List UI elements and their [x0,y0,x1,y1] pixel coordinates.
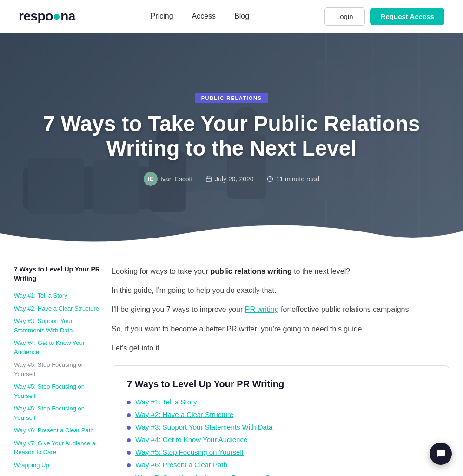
toc-box: 7 Ways to Level Up Your PR Writing Way #… [112,365,449,476]
toc-item-3: Way #3: Support Your Statements With Dat… [127,423,434,431]
toc-list: Way #1: Tell a Story Way #2: Have a Clea… [127,398,434,476]
chat-bubble[interactable] [430,443,452,465]
sidebar-links: Way #1: Tell a Story Way #2: Have a Clea… [14,290,102,471]
intro-bold: public relations writing [211,267,292,275]
sidebar-link-5c[interactable]: Way #5: Stop Focusing on Yourself [14,403,102,423]
hero-badge: PUBLIC RELATIONS [195,93,269,103]
toc-link-5[interactable]: Way #5: Stop Focusing on Yourself [135,448,244,456]
sidebar-link-1[interactable]: Way #1: Tell a Story [14,290,102,302]
toc-dot-2 [127,413,131,417]
toc-link-6[interactable]: Way #6: Present a Clear Path [135,461,227,469]
svg-rect-16 [206,177,212,182]
hero-meta: IE Ivan Escott July 20, 2020 11 minute r… [144,172,319,186]
sidebar-link-2[interactable]: Way #2: Have a Clear Structure [14,303,102,315]
sidebar-title: 7 Ways to Level Up Your PR Writing [14,265,102,283]
sidebar-link-wrap[interactable]: Wrapping Up [14,459,102,471]
nav-actions: Login Request Access [324,7,444,26]
sidebar-link-5b[interactable]: Way #5: Stop Focusing on Yourself [14,381,102,402]
article-intro-4: So, if you want to become a better PR wr… [112,323,449,335]
toc-title: 7 Ways to Level Up Your PR Writing [127,379,434,390]
toc-link-2[interactable]: Way #2: Have a Clear Structure [135,410,233,418]
article-intro-3: I'll be giving you 7 ways to improve you… [112,303,449,316]
nav-pricing[interactable]: Pricing [151,12,173,20]
navigation: respo●na Pricing Access Blog Login Reque… [0,0,463,33]
article-intro-1: Looking for ways to take your public rel… [112,265,449,278]
article: Looking for ways to take your public rel… [112,265,449,476]
hero-author: IE Ivan Escott [144,172,192,186]
toc-link-3[interactable]: Way #3: Support Your Statements With Dat… [135,423,272,431]
toc-dot-5 [127,451,131,455]
chat-icon [435,448,446,459]
toc-dot-1 [127,401,131,404]
toc-link-7[interactable]: Way #7: Give Your Audience a Reason to C… [135,473,280,476]
logo-text: respo●na [19,9,75,24]
clock-icon [267,176,273,182]
hero-title: 7 Ways to Take Your Public Relations Wri… [41,112,422,161]
article-intro-5: Let's get into it. [112,342,449,354]
calendar-icon [205,176,212,182]
pr-writing-link[interactable]: PR writing [245,305,279,313]
hero-section: PUBLIC RELATIONS 7 Ways to Take Your Pub… [0,33,463,246]
article-intro-2: In this guide, I'm going to help you do … [112,284,449,297]
sidebar-link-3[interactable]: Way #3: Support Your Statements With Dat… [14,315,102,336]
toc-dot-4 [127,438,131,442]
nav-access[interactable]: Access [192,12,216,20]
main-container: 7 Ways to Level Up Your PR Writing Way #… [0,246,463,476]
sidebar-link-4[interactable]: Way #4: Get to Know Your Audience [14,337,102,358]
hero-wave [0,219,463,246]
toc-dot-3 [127,426,131,430]
request-access-button[interactable]: Request Access [370,8,444,25]
toc-item-5: Way #5: Stop Focusing on Yourself [127,448,434,456]
nav-blog[interactable]: Blog [234,12,249,20]
login-button[interactable]: Login [324,7,365,26]
sidebar-link-6[interactable]: Way #6: Present a Clear Path [14,424,102,436]
sidebar-link-7[interactable]: Way #7: Give Your Audience a Reason to C… [14,437,102,458]
nav-links: Pricing Access Blog [151,12,250,20]
sidebar: 7 Ways to Level Up Your PR Writing Way #… [14,265,112,476]
hero-read-time: 11 minute read [267,175,319,183]
toc-item-6: Way #6: Present a Clear Path [127,461,434,469]
toc-item-1: Way #1: Tell a Story [127,398,434,406]
logo[interactable]: respo●na [19,9,75,24]
author-avatar: IE [144,172,158,186]
toc-link-4[interactable]: Way #4: Get to Know Your Audience [135,436,247,443]
toc-item-4: Way #4: Get to Know Your Audience [127,436,434,443]
sidebar-link-5a: Way #5: Stop Focusing on Yourself [14,359,102,380]
toc-dot-6 [127,463,131,467]
hero-date: July 20, 2020 [205,175,253,183]
toc-link-1[interactable]: Way #1: Tell a Story [135,398,197,406]
toc-item-2: Way #2: Have a Clear Structure [127,410,434,418]
hero-content: PUBLIC RELATIONS 7 Ways to Take Your Pub… [0,33,463,246]
logo-dot: ● [53,9,60,23]
toc-item-7: Way #7: Give Your Audience a Reason to C… [127,473,434,476]
